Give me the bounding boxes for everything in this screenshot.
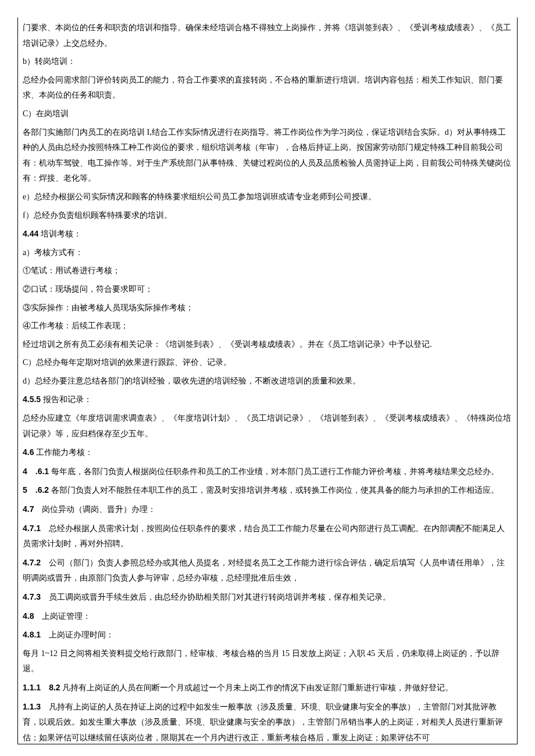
- paragraph: d）总经办要注意总结各部门的培训经验，吸收先进的培训经验，不断改进培训的质量和效…: [23, 374, 512, 389]
- paragraph-text: 凡持有上岗证的人员在持证上岗的过程中如发生一般事故（涉及质量、环境、职业健康与安…: [23, 703, 503, 742]
- paragraph: 4.44 培训考核：: [23, 226, 512, 242]
- section-number: 1.1.1 8.2: [23, 683, 60, 692]
- paragraph-text: 公司（部门）负责人参照总经办或其他人员提名，对经提名员工之工作能力进行综合评估，…: [23, 558, 505, 583]
- paragraph: b）转岗培训：: [23, 54, 512, 70]
- section-number: 4 .6.1: [23, 467, 49, 476]
- paragraph: 4.8 上岗证管理：: [23, 608, 512, 625]
- paragraph: 经过培训之所有员工必须有相关记录：《培训签到表》、《受训考核成绩表》。并在《员工…: [23, 337, 512, 353]
- paragraph: ①笔试：用试卷进行考核；: [23, 263, 512, 279]
- document-page-frame: 门要求、本岗位的任务和职责的培训和指导。确保未经培训合格不得独立上岗操作，并将《…: [17, 17, 518, 744]
- paragraph-text: 上岗证办理时间：: [41, 630, 114, 639]
- paragraph: ③实际操作：由被考核人员现场实际操作考核；: [23, 300, 512, 316]
- paragraph-text: 报告和记录：: [41, 395, 92, 404]
- paragraph: f）总经办负责组织顾客特殊要求的培训。: [23, 208, 512, 224]
- paragraph: 4.7.1 总经办根据人员需求计划，按照岗位任职条件的要求，结合员工工作能力尽量…: [23, 521, 512, 552]
- section-number: 4.44: [23, 229, 38, 238]
- paragraph: 总经办应建立《年度培训需求调查表》、《年度培训计划》、《员工培训记录》、《培训签…: [23, 411, 512, 442]
- section-number: 4.7: [23, 504, 34, 514]
- paragraph-text: 上岗证管理：: [34, 612, 91, 621]
- paragraph-text: 凡持有上岗证的人员在间断一个月或超过一个月未上岗工作的情况下由发证部门重新进行审…: [60, 683, 454, 692]
- paragraph: 1.1.3 凡持有上岗证的人员在持证上岗的过程中如发生一般事故（涉及质量、环境、…: [23, 699, 512, 744]
- paragraph-text: 总经办根据人员需求计划，按照岗位任职条件的要求，结合员工工作能力尽量在公司内部进…: [23, 524, 505, 549]
- paragraph-text: 员工调岗或晋升手续生效后，由总经办协助相关部门对其进行转岗培训并考核，保存相关记…: [41, 593, 391, 601]
- paragraph: C）总经办每年定期对培训的效果进行跟踪、评价、记录。: [23, 355, 512, 371]
- paragraph: ②口试：现场提问，符合要求即可；: [23, 282, 512, 298]
- paragraph-text: 培训考核：: [38, 230, 81, 238]
- paragraph: C）在岗培训: [23, 106, 512, 122]
- section-number: 4.8.1: [23, 630, 41, 639]
- section-number: 4.8: [23, 611, 34, 621]
- paragraph: 1.1.1 8.2 凡持有上岗证的人员在间断一个月或超过一个月未上岗工作的情况下…: [23, 680, 512, 696]
- paragraph: e）总经办根据公司实际情况和顾客的特殊要求组织公司员工参加培训班或请专业老师到公…: [23, 189, 512, 205]
- document-body: 门要求、本岗位的任务和职责的培训和指导。确保未经培训合格不得独立上岗操作，并将《…: [23, 20, 512, 744]
- section-number: 4.7.2: [23, 558, 41, 567]
- paragraph: 4.6 工作能力考核：: [23, 445, 512, 461]
- paragraph: 各部门实施部门内员工的在岗培训 I,结合工作实际情况进行在岗指导。将工作岗位作为…: [23, 125, 512, 187]
- paragraph: a）考核方式有：: [23, 245, 512, 261]
- section-number: 5 .6.2: [23, 485, 49, 495]
- paragraph-text: 岗位异动（调岗、晋升）办理：: [34, 505, 156, 514]
- section-number: 4.7.3: [23, 592, 41, 601]
- paragraph: 5 .6.2 各部门负责人对不能胜任本职工作的员工，需及时安排培训并考核，或转换…: [23, 482, 512, 499]
- paragraph: 门要求、本岗位的任务和职责的培训和指导。确保未经培训合格不得独立上岗操作，并将《…: [23, 20, 512, 51]
- paragraph: 4 .6.1 每年底，各部门负责人根据岗位任职条件和员工的工作业绩，对本部门员工…: [23, 464, 512, 480]
- paragraph: 总经办会同需求部门评价转岗员工的能力，符合工作要求的直接转岗，不合格的重新进行培…: [23, 73, 512, 103]
- paragraph: 4.7.2 公司（部门）负责人参照总经办或其他人员提名，对经提名员工之工作能力进…: [23, 555, 512, 586]
- paragraph-text: 每年底，各部门负责人根据岗位任职条件和员工的工作业绩，对本部门员工进行工作能力评…: [49, 467, 499, 476]
- paragraph: 4.5.5 报告和记录：: [23, 392, 512, 408]
- paragraph: 每月 1~12 日之间将相关资料提交给行政部门，经审核、考核合格的当月 15 日…: [23, 646, 512, 677]
- paragraph: 4.8.1 上岗证办理时间：: [23, 627, 512, 643]
- section-number: 1.1.3: [23, 702, 41, 711]
- section-number: 4.7.1: [23, 524, 41, 533]
- paragraph: ④工作考核：后续工作表现；: [23, 318, 512, 334]
- paragraph-text: 工作能力考核：: [34, 448, 93, 457]
- section-number: 4.5.5: [23, 395, 41, 404]
- paragraph: 4.7 岗位异动（调岗、晋升）办理：: [23, 501, 512, 518]
- paragraph: 4.7.3 员工调岗或晋升手续生效后，由总经办协助相关部门对其进行转岗培训并考核…: [23, 589, 512, 605]
- paragraph-text: 各部门负责人对不能胜任本职工作的员工，需及时安排培训并考核，或转换工作岗位，使其…: [49, 486, 499, 495]
- section-number: 4.6: [23, 447, 34, 457]
